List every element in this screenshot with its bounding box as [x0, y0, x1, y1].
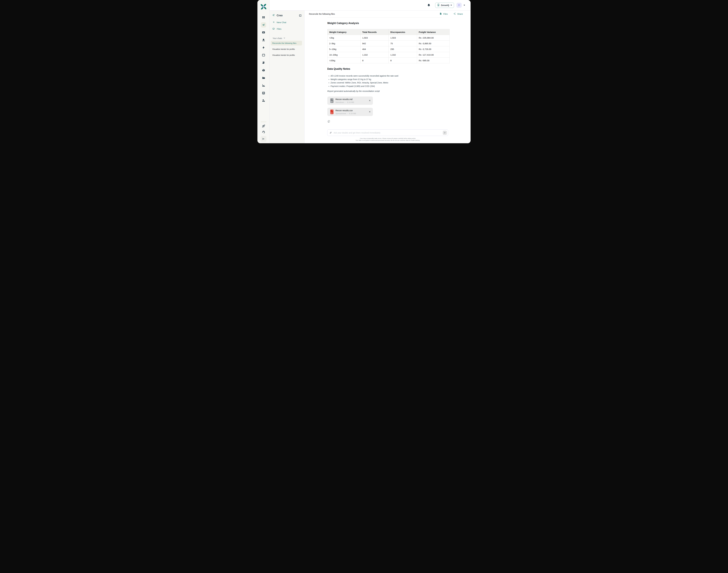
table-row: 10–20kg 1,332 1,332 Rs -127,410.00	[327, 52, 450, 58]
table-row: 2–5kg 942 75 Rs -3,895.50	[327, 41, 450, 46]
note-item: Zones covered: Within Zone, ROI, Intraci…	[327, 81, 450, 85]
receipt-icon[interactable]	[262, 61, 265, 64]
building-icon	[437, 4, 439, 7]
new-chat-button[interactable]: New Chat	[272, 21, 286, 24]
file-badge-label: md	[331, 101, 332, 102]
table-cell: 75	[388, 41, 417, 46]
chevron-down-icon	[283, 37, 285, 40]
avatar-initial: D	[458, 4, 460, 7]
org-name: ZenseiQ	[441, 4, 449, 6]
files-button-label: Files	[444, 13, 448, 15]
org-switcher[interactable]: ZenseiQ	[435, 3, 454, 8]
notifications-bell-icon[interactable]	[427, 4, 430, 7]
collapse-panel-icon[interactable]	[299, 14, 302, 17]
panel-title: Creo	[277, 14, 298, 17]
table-cell: Rs -235,984.00	[417, 35, 450, 41]
user-avatar[interactable]: D	[457, 3, 462, 8]
note-item: All 4,249 invoice records were successfu…	[327, 74, 450, 78]
your-chats-label: Your chats	[272, 37, 282, 40]
report-footnote: Report generated automatically by the re…	[327, 90, 450, 92]
share-button-label: Share	[457, 13, 463, 15]
disclaimer-line-1: Creo may occasionally make errors. Pleas…	[327, 138, 448, 140]
paperclip-icon[interactable]	[329, 131, 332, 134]
message-actions	[327, 120, 450, 123]
sparkles-icon[interactable]	[261, 22, 266, 28]
header-actions: Files Share	[439, 12, 463, 15]
document-icon	[439, 12, 442, 15]
your-chats-toggle[interactable]: Your chats	[272, 37, 285, 40]
copy-icon[interactable]	[327, 120, 330, 123]
table-cell: Rs -3,895.50	[417, 41, 450, 46]
user-settings-icon[interactable]	[262, 99, 265, 102]
file-type: Markdown	[335, 101, 344, 103]
disclaimer: Creo may occasionally make errors. Pleas…	[327, 138, 448, 141]
notes-heading: Data Quality Notes	[327, 67, 450, 70]
table-cell: 8	[361, 58, 388, 63]
table-cell: 2–5kg	[327, 41, 361, 46]
attachments: md Recon results.md Markdown 9.16 MB	[327, 97, 450, 116]
database-icon[interactable]	[262, 91, 265, 95]
table-row: 5–10kg 464 295 Rs -3,726.00	[327, 46, 450, 52]
column-header: Freight Variance	[417, 29, 450, 35]
files-nav-label: Files	[277, 28, 281, 30]
file-fold	[332, 98, 333, 100]
file-info: Recon results.csv Spreadsheet 9.16 MB	[335, 109, 366, 115]
note-item: Payment modes: Prepaid (3,985) and COD (…	[327, 85, 450, 88]
chart-card-icon[interactable]	[262, 31, 265, 34]
collapse-rail-button[interactable]	[261, 136, 266, 142]
data-quality-notes: All 4,249 invoice records were successfu…	[327, 74, 450, 88]
chat-composer	[327, 129, 448, 136]
headset-support-icon[interactable]	[262, 130, 265, 134]
message-input[interactable]	[333, 132, 441, 134]
stamp-icon[interactable]	[262, 38, 265, 42]
dot-separator	[348, 113, 348, 114]
icon-rail	[257, 0, 270, 143]
send-button[interactable]	[443, 131, 447, 135]
chat-item[interactable]: Reconcile the following files	[271, 41, 302, 45]
main-content: Reconcile the following files Files	[304, 10, 471, 143]
table-cell: 1,503	[361, 35, 388, 41]
histogram-icon[interactable]	[262, 84, 265, 87]
file-badge-label: csv	[331, 112, 333, 114]
rail-nav	[261, 15, 266, 102]
chat-item[interactable]: Visualize trends for profits	[271, 47, 302, 51]
close-icon[interactable]	[368, 111, 371, 113]
table-header-row: Weight Category Total Records Discrepanc…	[327, 29, 450, 35]
file-name: Recon results.md	[335, 98, 366, 100]
right-column: ZenseiQ D	[270, 0, 471, 143]
column-header: Total Records	[361, 29, 388, 35]
share-button[interactable]: Share	[453, 12, 463, 15]
close-icon[interactable]	[368, 100, 371, 102]
main-header: Reconcile the following files Files	[304, 10, 471, 17]
creo-sparkle-icon	[272, 14, 275, 17]
file-card-md[interactable]: md Recon results.md Markdown 9.16 MB	[327, 97, 373, 105]
new-chat-label: New Chat	[277, 21, 286, 23]
rail-bottom	[261, 122, 266, 143]
file-meta: Markdown 9.16 MB	[335, 101, 366, 103]
table-cell: 295	[388, 46, 417, 52]
chat-item[interactable]: Visualize trends for profits	[271, 53, 302, 57]
table-cell: 8	[388, 58, 417, 63]
table-cell: 464	[361, 46, 388, 52]
package-icon[interactable]	[262, 68, 265, 72]
table-cell: 1,332	[388, 52, 417, 58]
plus-icon	[272, 21, 275, 24]
user-menu-chevron-icon[interactable]	[464, 5, 465, 6]
topbar: ZenseiQ D	[270, 0, 471, 10]
calendar-icon[interactable]	[262, 53, 265, 57]
file-fold	[332, 110, 333, 111]
share-icon	[453, 12, 456, 15]
table-cell: <2kg	[327, 35, 361, 41]
file-card-csv[interactable]: csv Recon results.csv Spreadsheet 9.16 M…	[327, 108, 373, 116]
lightning-icon[interactable]	[262, 46, 265, 49]
table-row: <2kg 1,503 1,503 Rs -235,984.00	[327, 35, 450, 41]
files-nav-button[interactable]: Files	[272, 28, 281, 30]
pinwheel-logo	[260, 3, 267, 10]
rocket-icon[interactable]	[262, 124, 265, 128]
folder-icon[interactable]	[262, 76, 265, 80]
dashboard-grid-icon[interactable]	[262, 15, 265, 19]
file-info: Recon results.md Markdown 9.16 MB	[335, 98, 366, 103]
files-button[interactable]: Files	[439, 12, 448, 15]
dot-separator	[345, 102, 346, 102]
file-name: Recon results.csv	[335, 109, 366, 112]
